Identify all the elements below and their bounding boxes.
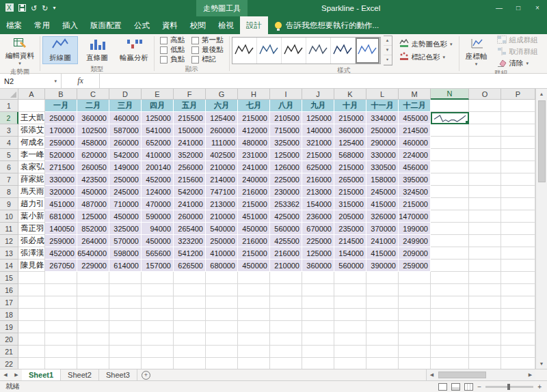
- horizontal-scroll-thumb[interactable]: [438, 372, 486, 378]
- row-header-9[interactable]: 9: [0, 198, 18, 210]
- cell-C6[interactable]: 260050: [77, 161, 109, 173]
- cell-I6[interactable]: 126000: [270, 161, 302, 173]
- cell-I4[interactable]: 325000: [270, 137, 302, 149]
- cell-L14[interactable]: 390000: [366, 260, 399, 272]
- cell-C7[interactable]: 423500: [77, 173, 109, 186]
- col-header-C[interactable]: C: [77, 89, 109, 100]
- checkbox-last-point[interactable]: 最後點: [191, 45, 224, 55]
- cell-N4[interactable]: [431, 137, 469, 149]
- cell-C14[interactable]: 229000: [77, 260, 109, 272]
- cell-G4[interactable]: 111000: [206, 137, 238, 149]
- cell-F11[interactable]: 265400: [174, 223, 206, 235]
- cell-J7[interactable]: 216000: [302, 173, 334, 186]
- cell-M4[interactable]: 460000: [399, 137, 431, 149]
- cell-M17[interactable]: [399, 296, 431, 309]
- cell-I20[interactable]: [270, 333, 302, 346]
- cell-P19[interactable]: [501, 321, 535, 333]
- cell-J19[interactable]: [302, 321, 334, 333]
- cell-C10[interactable]: 125000: [77, 210, 109, 223]
- cell-A17[interactable]: [18, 296, 45, 309]
- tab-design[interactable]: 設計: [240, 16, 268, 34]
- maximize-button[interactable]: □: [509, 0, 528, 16]
- row-header-18[interactable]: 18: [0, 309, 18, 321]
- tab-view[interactable]: 檢視: [212, 16, 240, 34]
- cell-O3[interactable]: [469, 124, 501, 137]
- cell-H6[interactable]: 241000: [238, 161, 270, 173]
- cell-D22[interactable]: [109, 358, 142, 369]
- tab-data[interactable]: 資料: [156, 16, 184, 34]
- cell-D11[interactable]: 325000: [109, 223, 142, 235]
- cell-K5[interactable]: 568000: [334, 149, 366, 161]
- cell-M21[interactable]: [399, 346, 431, 358]
- tab-review[interactable]: 校閱: [184, 16, 212, 34]
- cell-E22[interactable]: [142, 358, 174, 369]
- cell-M16[interactable]: [399, 284, 431, 296]
- formula-input[interactable]: [100, 74, 547, 88]
- cell-O4[interactable]: [469, 137, 501, 149]
- cell-H10[interactable]: 451000: [238, 210, 270, 223]
- row-header-14[interactable]: 14: [0, 260, 18, 272]
- cell-K14[interactable]: 560000: [334, 260, 366, 272]
- cell-P22[interactable]: [501, 358, 535, 369]
- cell-B17[interactable]: [45, 296, 77, 309]
- add-sheet-button[interactable]: +: [142, 371, 150, 380]
- zoom-slider[interactable]: [485, 386, 533, 388]
- undo-icon[interactable]: ↺: [31, 4, 37, 13]
- cell-H2[interactable]: 215000: [238, 112, 270, 124]
- checkbox-markers[interactable]: 標記: [191, 55, 224, 64]
- cell-J6[interactable]: 625000: [302, 161, 334, 173]
- cell-O1[interactable]: [469, 100, 501, 112]
- cell-M13[interactable]: 209000: [399, 247, 431, 260]
- cell-M19[interactable]: [399, 321, 431, 333]
- cell-E15[interactable]: [142, 272, 174, 284]
- cell-B12[interactable]: 259000: [45, 235, 77, 247]
- cell-O22[interactable]: [469, 358, 501, 369]
- cell-G19[interactable]: [206, 321, 238, 333]
- cell-C16[interactable]: [77, 284, 109, 296]
- page-layout-view-button[interactable]: [451, 383, 460, 391]
- select-all-corner[interactable]: [0, 89, 18, 100]
- cell-D21[interactable]: [109, 346, 142, 358]
- cell-A13[interactable]: 張澤漢: [18, 247, 45, 260]
- cell-I14[interactable]: 210000: [270, 260, 302, 272]
- cell-H20[interactable]: [238, 333, 270, 346]
- zoom-in-button[interactable]: +: [537, 383, 542, 391]
- cell-L7[interactable]: 158000: [366, 173, 399, 186]
- style-item-3[interactable]: [282, 38, 306, 64]
- cell-L13[interactable]: 415000: [366, 247, 399, 260]
- cell-A3[interactable]: 張添艾: [18, 124, 45, 137]
- cell-E21[interactable]: [142, 346, 174, 358]
- cell-L22[interactable]: [366, 358, 399, 369]
- row-header-8[interactable]: 8: [0, 186, 18, 198]
- cell-C17[interactable]: [77, 296, 109, 309]
- cell-B14[interactable]: 267050: [45, 260, 77, 272]
- cell-H3[interactable]: 412000: [238, 124, 270, 137]
- cell-N3[interactable]: [431, 124, 469, 137]
- cell-M14[interactable]: 259000: [399, 260, 431, 272]
- cell-C13[interactable]: 6540000: [77, 247, 109, 260]
- cell-C2[interactable]: 360000: [77, 112, 109, 124]
- col-header-I[interactable]: I: [270, 89, 302, 100]
- cell-B10[interactable]: 681000: [45, 210, 77, 223]
- cell-A8[interactable]: 馬天雨: [18, 186, 45, 198]
- cell-F7[interactable]: 215600: [174, 173, 206, 186]
- cell-L6[interactable]: 330500: [366, 161, 399, 173]
- tab-formulas[interactable]: 公式: [128, 16, 156, 34]
- sheet-nav-left-icon[interactable]: ◀: [0, 369, 11, 380]
- cell-K1[interactable]: 十月: [334, 100, 366, 112]
- cell-F17[interactable]: [174, 296, 206, 309]
- sheet-tab-sheet3[interactable]: Sheet3: [99, 369, 137, 380]
- cell-E13[interactable]: 565600: [142, 247, 174, 260]
- cell-F8[interactable]: 542000: [174, 186, 206, 198]
- cell-L11[interactable]: 370000: [366, 223, 399, 235]
- cell-K22[interactable]: [334, 358, 366, 369]
- cell-F14[interactable]: 626500: [174, 260, 206, 272]
- cell-O10[interactable]: [469, 210, 501, 223]
- cell-O9[interactable]: [469, 198, 501, 210]
- cell-H17[interactable]: [238, 296, 270, 309]
- cell-D15[interactable]: [109, 272, 142, 284]
- cell-P14[interactable]: [501, 260, 535, 272]
- cell-L16[interactable]: [366, 284, 399, 296]
- cell-N6[interactable]: [431, 161, 469, 173]
- cell-F10[interactable]: 260000: [174, 210, 206, 223]
